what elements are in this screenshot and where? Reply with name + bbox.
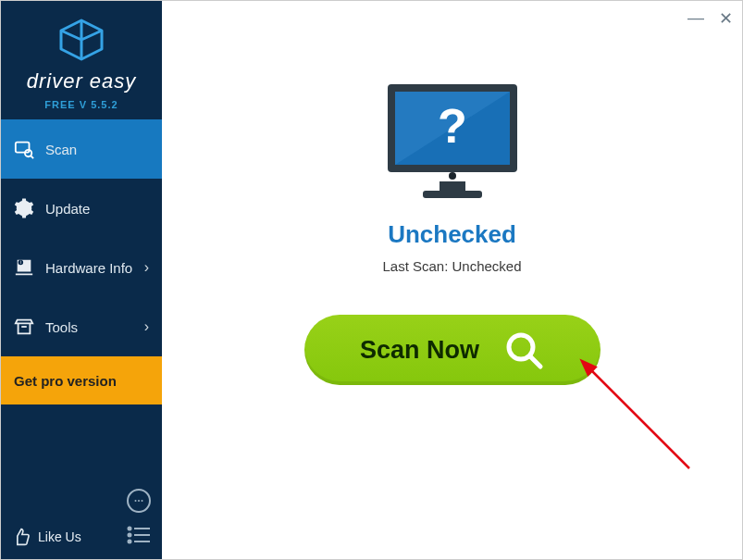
svg-point-8 [142,500,143,502]
hardware-info-icon: i [14,257,34,278]
like-us-label: Like Us [38,529,81,544]
scan-now-button[interactable]: Scan Now [304,315,601,385]
sidebar-item-label: Scan [45,142,77,157]
logo-area: driver easy FREE V 5.5.2 [1,1,162,119]
svg-rect-20 [440,181,465,191]
sidebar-item-update[interactable]: Update [1,179,162,238]
status-title: Unchecked [388,220,516,249]
nav: Scan Update i Hardware [1,119,162,479]
chevron-right-icon: › [144,318,149,335]
sidebar-item-pro[interactable]: Get pro version [1,356,162,404]
sidebar-footer: Like Us [1,479,162,559]
app-window: driver easy FREE V 5.5.2 Scan [0,0,743,560]
main-panel: — ✕ ? Unchecked Last Scan: Unchecked Sca… [162,1,742,559]
sidebar-item-hardware-info[interactable]: i Hardware Info › [1,238,162,297]
svg-rect-21 [423,191,482,198]
svg-point-11 [129,534,131,537]
footer-icons [127,489,151,544]
brand-version: FREE V 5.5.2 [1,99,162,110]
center-content: ? Unchecked Last Scan: Unchecked Scan No… [162,80,742,385]
svg-point-6 [135,500,137,502]
minimize-button[interactable]: — [687,8,704,29]
chevron-right-icon: › [144,259,149,276]
close-button[interactable]: ✕ [719,8,733,29]
window-controls: — ✕ [687,8,733,29]
svg-text:i: i [20,260,21,265]
thumbs-up-icon [12,528,31,546]
sidebar: driver easy FREE V 5.5.2 Scan [1,1,162,559]
sidebar-item-label: Hardware Info [45,260,132,276]
svg-point-13 [129,541,131,543]
scan-now-label: Scan Now [360,336,479,365]
sidebar-item-label: Get pro version [14,373,117,389]
sidebar-item-label: Tools [45,319,78,335]
status-subtitle: Last Scan: Unchecked [382,258,521,274]
search-icon [503,330,544,370]
sidebar-item-scan[interactable]: Scan [1,119,162,179]
tools-icon [14,317,34,337]
sidebar-item-tools[interactable]: Tools › [1,297,162,356]
scan-icon [14,139,34,159]
menu-list-icon[interactable] [127,526,151,544]
like-us-button[interactable]: Like Us [12,528,81,546]
sidebar-item-label: Update [45,201,90,217]
feedback-icon[interactable] [127,489,151,513]
logo-icon [56,18,107,62]
svg-point-19 [449,172,456,180]
svg-point-9 [129,528,131,530]
svg-point-7 [138,500,140,502]
gear-icon [14,198,34,218]
svg-line-2 [31,156,33,158]
svg-line-23 [530,356,540,367]
brand-name: driver easy [1,69,162,93]
monitor-icon: ? [378,80,526,200]
svg-text:?: ? [438,99,467,153]
